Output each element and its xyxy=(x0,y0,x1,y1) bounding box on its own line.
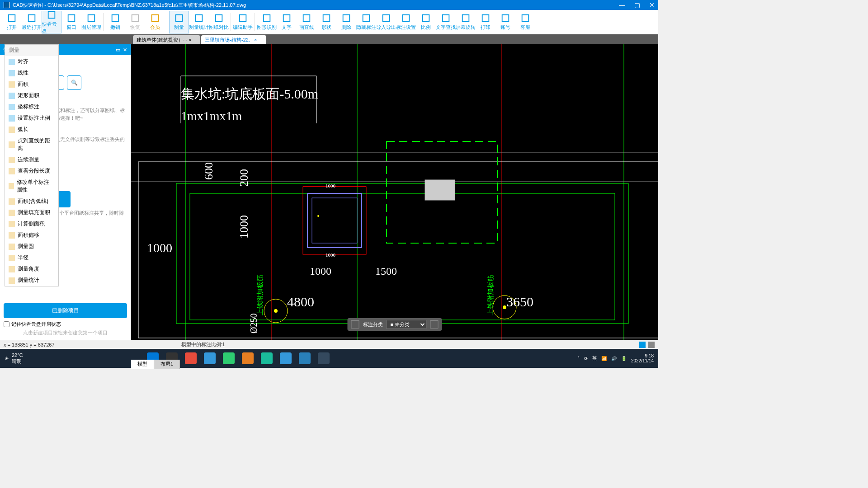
tray-battery-icon[interactable]: 🔋 xyxy=(621,356,627,361)
tray-time[interactable]: 9:18 xyxy=(631,353,654,358)
deleted-projects-button[interactable]: 已删除项目 xyxy=(4,303,127,318)
tool-cloud[interactable]: 快看云盘 xyxy=(42,11,61,33)
svg-rect-34 xyxy=(190,193,615,320)
task-app-4[interactable] xyxy=(242,352,254,364)
dropdown-item[interactable]: 计算侧面积 xyxy=(5,218,58,230)
tool-hide-anno[interactable]: 隐藏标注 xyxy=(356,11,376,33)
layout-tab-model[interactable]: 模型 xyxy=(131,360,154,369)
tool-window[interactable]: 窗口 xyxy=(61,11,81,33)
dropdown-item[interactable]: 测量统计 xyxy=(5,275,58,286)
task-app-1[interactable] xyxy=(185,352,197,364)
svg-rect-33 xyxy=(176,183,628,324)
tool-mstat[interactable]: 测量统计 xyxy=(189,11,209,33)
dropdown-item[interactable]: 修改单个标注属性 xyxy=(5,177,58,196)
remember-checkbox[interactable] xyxy=(4,321,9,327)
dropdown-item[interactable]: 连续测量 xyxy=(5,154,58,165)
panel-close-icon[interactable]: ✕ xyxy=(123,47,127,53)
tool-line[interactable]: 画直线 xyxy=(297,11,316,33)
dropdown-item[interactable]: 面积偏移 xyxy=(5,230,58,241)
dropdown-item[interactable]: 半径 xyxy=(5,252,58,263)
task-app-3[interactable] xyxy=(223,352,235,364)
dropdown-item[interactable]: 设置标注比例 xyxy=(5,113,58,124)
tool-measure[interactable]: 测量 xyxy=(169,11,189,33)
tool-delete[interactable]: 删除 xyxy=(336,11,356,33)
tray-chevron-icon[interactable]: ˄ xyxy=(577,356,580,361)
hint-text: 点击新建项目按钮来创建您第一个项目 xyxy=(4,329,127,336)
dropdown-item[interactable]: 矩形面积 xyxy=(5,90,58,101)
weather-widget[interactable]: ☀ 22°C 晴朗 xyxy=(5,352,23,365)
main-toolbar: 打开最近打开快看云盘窗口图层管理撤销恢复会员测量测量统计图纸对比编辑助手图形识别… xyxy=(0,10,658,34)
task-app-7[interactable] xyxy=(299,352,311,364)
tool-account[interactable]: 账号 xyxy=(495,11,515,33)
window-controls: ― ▢ ✕ xyxy=(619,1,655,9)
svg-rect-21 xyxy=(443,15,449,22)
tool-shape[interactable]: 形状 xyxy=(316,11,336,33)
dropdown-item[interactable]: 测量填充面积 xyxy=(5,207,58,218)
tool-rotate[interactable]: 屏幕旋转 xyxy=(456,11,476,33)
maximize-button[interactable]: ▢ xyxy=(634,1,640,9)
d250: Ø250 xyxy=(249,314,259,333)
edit-icon[interactable] xyxy=(430,320,439,328)
tray-sync-icon[interactable]: ⟳ xyxy=(584,356,588,361)
dropdown-item[interactable]: 弧长 xyxy=(5,124,58,135)
svg-rect-13 xyxy=(283,15,290,22)
task-app-2[interactable] xyxy=(204,352,216,364)
cad-dim-text: 1mx1mx1m xyxy=(181,109,242,123)
dropdown-item[interactable]: 测量角度 xyxy=(5,263,58,275)
minimize-button[interactable]: ― xyxy=(619,1,625,9)
classify-select[interactable]: ■ 未分类 xyxy=(387,320,427,329)
dropdown-item[interactable]: 坐标标注 xyxy=(5,101,58,113)
dropdown-item[interactable]: 面积(含弧线) xyxy=(5,196,58,207)
close-button[interactable]: ✕ xyxy=(649,1,655,9)
cad-app-icon[interactable] xyxy=(318,352,330,364)
tool-edit-helper[interactable]: 编辑助手 xyxy=(233,11,253,33)
tool-layer[interactable]: 图层管理 xyxy=(81,11,101,33)
dropdown-item[interactable]: 线性 xyxy=(5,67,58,79)
tool-scale[interactable]: 比例 xyxy=(416,11,436,33)
tool-vip[interactable]: 会员 xyxy=(145,11,165,33)
status-icon-2[interactable] xyxy=(648,342,655,348)
task-app-5[interactable] xyxy=(261,352,273,364)
annotation-classify-bar[interactable]: 标注分类 ■ 未分类 xyxy=(348,318,442,331)
tool-compare[interactable]: 图纸对比 xyxy=(209,11,229,33)
tray-date[interactable]: 2022/11/14 xyxy=(631,358,654,363)
dropdown-item[interactable]: 面积 xyxy=(5,79,58,90)
measure-dropdown[interactable]: 测量 对齐线性面积矩形面积坐标标注设置标注比例弧长点到直线的距离连续测量查看分段… xyxy=(5,44,59,286)
search-button[interactable]: 🔍 xyxy=(67,75,81,90)
dropdown-item[interactable]: 对齐 xyxy=(5,56,58,67)
task-app-6[interactable] xyxy=(280,352,292,364)
layout-tab-1[interactable]: 布局1 xyxy=(154,360,180,369)
tool-print[interactable]: 打印 xyxy=(476,11,495,33)
tray-lang[interactable]: 英 xyxy=(592,355,597,361)
d600: 600 xyxy=(202,162,215,180)
d1000b: 1000 xyxy=(310,265,331,277)
dropdown-item[interactable]: 点到直线的距离 xyxy=(5,135,58,154)
dropdown-item[interactable]: 查看分段长度 xyxy=(5,165,58,177)
svg-point-48 xyxy=(503,305,506,309)
tool-anno-settings[interactable]: 标注设置 xyxy=(396,11,416,33)
panel-pin-icon[interactable]: ▭ xyxy=(116,47,120,53)
tray-wifi-icon[interactable]: 📶 xyxy=(601,356,607,361)
tool-recent[interactable]: 最近打开 xyxy=(22,11,42,33)
tool-redo[interactable]: 恢复 xyxy=(125,11,145,33)
cad-canvas[interactable]: 集水坑:坑底板面-5.00m 1mx1mx1m 1000 4800 3650 1… xyxy=(131,44,658,340)
sun-icon: ☀ xyxy=(5,356,9,361)
svg-rect-19 xyxy=(403,15,410,22)
tool-undo[interactable]: 撤销 xyxy=(105,11,125,33)
tool-open[interactable]: 打开 xyxy=(2,11,22,33)
grid-icon[interactable] xyxy=(351,320,359,328)
tray-volume-icon[interactable]: 🔊 xyxy=(611,356,617,361)
tool-import-export[interactable]: 导入导出 xyxy=(376,11,396,33)
status-icon-1[interactable] xyxy=(639,342,646,348)
svg-rect-10 xyxy=(216,15,222,22)
document-tab[interactable]: 三里镇市场-结构-22. · × xyxy=(201,35,266,44)
svg-point-49 xyxy=(317,215,319,217)
svg-rect-23 xyxy=(482,15,489,22)
tool-find-text[interactable]: 文字查找 xyxy=(436,11,456,33)
tool-support[interactable]: 客服 xyxy=(515,11,535,33)
status-coords: x = 138851 y = 837267 xyxy=(4,342,55,347)
dropdown-item[interactable]: 测量圆 xyxy=(5,241,58,252)
tool-text[interactable]: 文字 xyxy=(277,11,297,33)
tool-shape-rec[interactable]: 图形识别 xyxy=(257,11,277,33)
document-tab[interactable]: 建筑单体(建筑提资）··· × xyxy=(133,35,200,44)
